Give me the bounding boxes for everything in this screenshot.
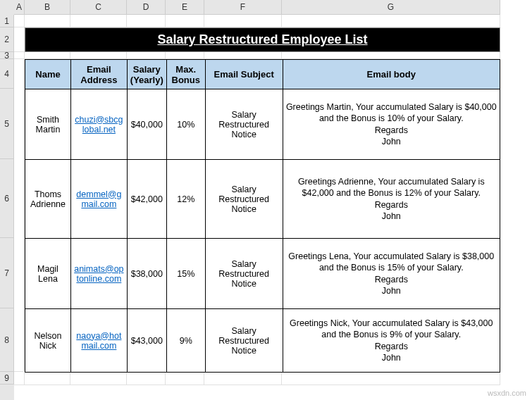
col-header-d[interactable]: D — [127, 0, 166, 15]
cell-name[interactable]: Nelson Nick — [25, 309, 71, 373]
cell[interactable] — [166, 373, 204, 385]
row-header-7[interactable]: 7 — [0, 238, 14, 308]
col-name[interactable]: Name — [25, 60, 71, 89]
row-header-1[interactable]: 1 — [0, 15, 14, 27]
cell[interactable] — [166, 15, 204, 27]
watermark: wsxdn.com — [488, 389, 526, 397]
cell-subject[interactable]: Salary Restructured Notice — [205, 160, 283, 239]
table-row: Thoms Adriennedemmel@gmail.com$42,00012%… — [25, 160, 500, 239]
cell-subject[interactable]: Salary Restructured Notice — [205, 89, 283, 160]
cell[interactable] — [127, 52, 166, 59]
cell-email[interactable]: animats@optonline.com — [70, 239, 127, 309]
cell-email[interactable]: chuzi@sbcglobal.net — [70, 89, 127, 160]
col-body[interactable]: Email body — [283, 60, 500, 89]
col-header-f[interactable]: F — [204, 0, 282, 15]
col-email[interactable]: Email Address — [70, 60, 127, 89]
cell-subject[interactable]: Salary Restructured Notice — [205, 309, 283, 373]
column-headers: ABCDEFG — [14, 0, 532, 15]
col-salary[interactable]: Salary (Yearly) — [127, 60, 166, 89]
cell[interactable] — [204, 15, 282, 27]
cell[interactable] — [204, 373, 282, 385]
cell[interactable] — [70, 52, 127, 59]
row-header-6[interactable]: 6 — [0, 159, 14, 238]
cell-bonus[interactable]: 9% — [166, 309, 205, 373]
email-link[interactable]: chuzi@sbcglobal.net — [75, 115, 123, 135]
cell-body[interactable]: Greetings Lena, Your accumulated Salary … — [283, 239, 500, 309]
cell-bonus[interactable]: 12% — [166, 160, 205, 239]
cell[interactable] — [166, 52, 204, 59]
title-cell[interactable]: Salary Restructured Employee List — [25, 27, 500, 52]
cell[interactable] — [127, 15, 166, 27]
col-header-b[interactable]: B — [25, 0, 70, 15]
col-header-a[interactable]: A — [14, 0, 25, 15]
row-header-5[interactable]: 5 — [0, 89, 14, 159]
cell[interactable] — [14, 15, 25, 27]
cell[interactable] — [282, 52, 500, 59]
cell[interactable] — [25, 373, 70, 385]
email-link[interactable]: demmel@gmail.com — [76, 189, 121, 209]
col-subject[interactable]: Email Subject — [205, 60, 283, 89]
cell-salary[interactable]: $40,000 — [127, 89, 166, 160]
cell-body[interactable]: Greetings Adrienne, Your accumulated Sal… — [283, 160, 500, 239]
row-header-9[interactable]: 9 — [0, 372, 14, 385]
cell[interactable] — [14, 52, 25, 59]
cell-email[interactable]: demmel@gmail.com — [70, 160, 127, 239]
table-row: Nelson Nicknaoya@hotmail.com$43,0009%Sal… — [25, 309, 500, 373]
worksheet: Salary Restructured Employee List Name E… — [14, 15, 500, 385]
cell[interactable] — [70, 373, 127, 385]
table-row: Magil Lenaanimats@optonline.com$38,00015… — [25, 239, 500, 309]
col-bonus[interactable]: Max. Bonus — [166, 60, 205, 89]
cell-a4[interactable] — [14, 59, 25, 372]
cell-salary[interactable]: $42,000 — [127, 160, 166, 239]
cell-name[interactable]: Smith Martin — [25, 89, 71, 160]
cell[interactable] — [204, 52, 282, 59]
table-row: Smith Martinchuzi@sbcglobal.net$40,00010… — [25, 89, 500, 160]
cell-bonus[interactable]: 15% — [166, 239, 205, 309]
cell[interactable] — [14, 373, 25, 385]
col-header-g[interactable]: G — [282, 0, 500, 15]
cell[interactable] — [282, 373, 500, 385]
cell-name[interactable]: Magil Lena — [25, 239, 71, 309]
cell-subject[interactable]: Salary Restructured Notice — [205, 239, 283, 309]
email-link[interactable]: naoya@hotmail.com — [76, 331, 121, 351]
cell-body[interactable]: Greetings Nick, Your accumulated Salary … — [283, 309, 500, 373]
title-text: Salary Restructured Employee List — [157, 32, 367, 47]
cell-a2[interactable] — [14, 27, 25, 52]
email-link[interactable]: animats@optonline.com — [74, 264, 123, 284]
cell-name[interactable]: Thoms Adrienne — [25, 160, 71, 239]
cell-salary[interactable]: $43,000 — [127, 309, 166, 373]
employee-table: Name Email Address Salary (Yearly) Max. … — [25, 59, 500, 373]
cell-body[interactable]: Greetings Martin, Your accumulated Salar… — [283, 89, 500, 160]
col-header-c[interactable]: C — [70, 0, 127, 15]
row-header-4[interactable]: 4 — [0, 59, 14, 89]
cell[interactable] — [282, 15, 500, 27]
row-headers: 123456789 — [0, 0, 14, 400]
row-header-2[interactable]: 2 — [0, 27, 14, 52]
row-header-8[interactable]: 8 — [0, 308, 14, 372]
cell-email[interactable]: naoya@hotmail.com — [70, 309, 127, 373]
cell[interactable] — [70, 15, 127, 27]
cell-salary[interactable]: $38,000 — [127, 239, 166, 309]
col-header-e[interactable]: E — [166, 0, 204, 15]
cell[interactable] — [25, 15, 70, 27]
cell[interactable] — [25, 52, 70, 59]
cell[interactable] — [127, 373, 166, 385]
row-header-3[interactable]: 3 — [0, 52, 14, 59]
cell-bonus[interactable]: 10% — [166, 89, 205, 160]
